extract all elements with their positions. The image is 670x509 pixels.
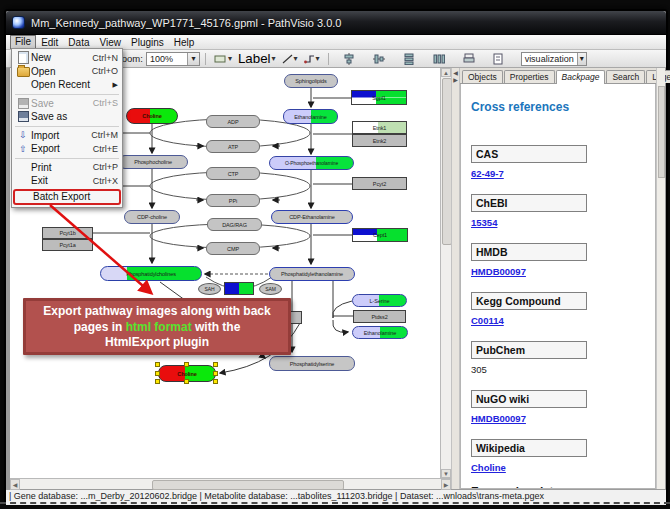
xref-link[interactable]: 15354 <box>471 217 497 228</box>
align-center-y-button[interactable] <box>370 52 388 66</box>
tab-properties[interactable]: Properties <box>504 70 555 83</box>
xref-value[interactable]: HMDB00097 <box>471 266 655 277</box>
canvas-horizontal-scrollbar[interactable]: ◀ ▶ <box>10 478 451 489</box>
selection-handle[interactable] <box>213 371 218 376</box>
pathway-node-pcyt2[interactable]: Pcyt2 <box>352 177 407 190</box>
printer-icon <box>463 53 475 64</box>
pathway-node-ethanolamine[interactable]: Ethanolamine <box>352 326 408 339</box>
pathway-node-o-phosphoethanolamine[interactable]: O-Phosphoethanolamine <box>269 156 354 170</box>
file-menu-item-exit[interactable]: ExitCtrl+X <box>12 174 122 188</box>
pathway-node-dag-rag[interactable]: DAG/RAG <box>207 218 262 231</box>
menu-plugins[interactable]: Plugins <box>126 36 169 49</box>
selection-handle[interactable] <box>213 379 218 384</box>
visualization-combobox[interactable]: visualization ▾ <box>521 52 587 66</box>
align-center-x-button[interactable] <box>340 52 358 66</box>
pathway-node-ethanolamine[interactable]: Ethanolamine <box>283 109 338 124</box>
pathway-node-cept1[interactable]: Cept1 <box>352 228 408 242</box>
xref-link[interactable]: HMDB00097 <box>471 413 526 424</box>
menu-view[interactable]: View <box>94 36 126 49</box>
pathway-node-pcyt1b[interactable]: Pcyt1b <box>42 227 93 239</box>
pathway-node-sphingolipids[interactable]: Sphingolipids <box>284 74 338 88</box>
scrollbar-thumb[interactable] <box>152 480 344 490</box>
collapse-right-icon[interactable]: ▶ <box>452 77 459 83</box>
menu-help[interactable]: Help <box>169 36 200 49</box>
file-menu-item-new[interactable]: NewCtrl+N <box>12 51 122 65</box>
pathway-node-cmp[interactable]: CMP <box>206 242 260 255</box>
xref-value[interactable]: 62-49-7 <box>471 168 655 179</box>
file-menu-item-open[interactable]: OpenCtrl+O <box>12 65 122 79</box>
xref-value[interactable]: Choline <box>471 462 655 473</box>
pathway-node-phosphatidylserine[interactable]: Phosphatidylserine <box>269 356 355 371</box>
file-menu-item-save-as[interactable]: Save as <box>12 110 122 124</box>
collapse-left-icon[interactable]: ◀ <box>452 70 459 76</box>
selection-handle[interactable] <box>184 379 189 384</box>
pathway-node-ppi[interactable]: PPi <box>206 194 260 207</box>
menu-data[interactable]: Data <box>63 36 94 49</box>
pathway-node-ctp[interactable]: CTP <box>206 167 260 180</box>
common-size-button[interactable] <box>460 52 478 65</box>
layout-button[interactable] <box>490 52 507 66</box>
xref-value[interactable]: HMDB00097 <box>471 413 655 424</box>
zoom-combobox[interactable]: 100% ▾ <box>146 52 200 66</box>
pathway-node-sgpl1[interactable]: Sgpl1 <box>351 90 407 105</box>
pathway-node[interactable] <box>224 282 254 295</box>
tab-objects[interactable]: Objects <box>462 70 503 83</box>
line-tool-button[interactable]: ▾ <box>279 53 301 65</box>
pathway-node-phosphocholine[interactable]: Phosphocholine <box>118 155 188 169</box>
menu-separator <box>15 158 119 159</box>
scroll-down-icon[interactable]: ▼ <box>441 469 451 478</box>
file-menu-item-import[interactable]: ⇩ImportCtrl+M <box>12 129 122 143</box>
xref-value[interactable]: C00114 <box>471 315 655 326</box>
scrollbar-thumb[interactable] <box>658 86 665 178</box>
scroll-right-icon[interactable]: ▶ <box>441 479 451 490</box>
file-menu-item-batch-export[interactable]: Batch Export <box>13 189 121 205</box>
connector-tool-button[interactable]: ▾ <box>301 53 323 65</box>
pathway-node-atp[interactable]: ATP <box>206 140 260 153</box>
xref-value[interactable]: 15354 <box>471 217 655 228</box>
pathway-node-cdp-ethanolamine[interactable]: CDP-Ethanolamine <box>271 210 353 224</box>
file-menu-item-open-recent[interactable]: Open Recent▶ <box>12 78 122 92</box>
menu-edit[interactable]: Edit <box>36 36 63 49</box>
pathway-node-pcyt1a[interactable]: Pcyt1a <box>42 239 93 251</box>
datanode-tool-button[interactable]: ▾ <box>211 53 235 65</box>
title-bar[interactable]: Mm_Kennedy_pathway_WP1771_45176.gpml - P… <box>6 11 666 35</box>
selection-handle[interactable] <box>184 362 189 367</box>
file-menu-item-print[interactable]: PrintCtrl+P <box>12 161 122 175</box>
canvas-vertical-scrollbar[interactable]: ▲ ▼ <box>440 68 451 478</box>
xref-link[interactable]: C00114 <box>471 315 504 326</box>
save-disk-icon <box>15 111 31 122</box>
selection-handle[interactable] <box>155 379 160 384</box>
pathway-node-ptdss2[interactable]: Ptdss2 <box>353 310 406 323</box>
selection-handle[interactable] <box>213 362 218 367</box>
pathway-node-l-serine[interactable]: L-Serine <box>352 294 407 307</box>
selection-handle[interactable] <box>155 362 160 367</box>
stack-vertical-button[interactable] <box>400 52 418 66</box>
scroll-left-icon[interactable]: ◀ <box>10 479 20 490</box>
pathway-node-sam[interactable]: SAM <box>259 283 282 295</box>
tab-backpage[interactable]: Backpage <box>556 70 606 84</box>
pathway-node-choline[interactable]: Choline <box>126 108 178 124</box>
side-panel-tabs: ObjectsPropertiesBackpageSearchLegend <box>460 68 656 84</box>
save-disk-icon <box>15 98 31 109</box>
selection-handle[interactable] <box>155 371 160 376</box>
sidepanel-scrollbar[interactable] <box>656 68 665 489</box>
pathway-node-adp[interactable]: ADP <box>206 115 260 128</box>
pathway-node-etnk1[interactable]: Etnk1 <box>352 121 407 134</box>
pathway-node-cdp-choline[interactable]: CDP-choline <box>124 210 180 224</box>
xref-link[interactable]: HMDB00097 <box>471 266 526 277</box>
pathway-node-sah[interactable]: SAH <box>198 283 221 295</box>
stack-horizontal-button[interactable] <box>430 52 448 66</box>
file-menu-item-save[interactable]: SaveCtrl+S <box>12 97 122 111</box>
file-menu-item-export[interactable]: ⇧ExportCtrl+E <box>12 142 122 156</box>
label-tool-button[interactable]: Label ▾ <box>235 50 279 67</box>
xref-link[interactable]: Choline <box>471 462 506 473</box>
menu-separator <box>15 126 119 127</box>
xref-link[interactable]: 62-49-7 <box>471 168 504 179</box>
scroll-up-icon[interactable]: ▲ <box>441 68 451 77</box>
pathway-node-phosphatidylcholines[interactable]: Phosphatidylcholines <box>100 266 202 281</box>
tab-search[interactable]: Search <box>606 70 645 83</box>
panel-splitter[interactable]: ◀ ▶ <box>451 68 460 489</box>
pathway-node-phosphatidylethanolamine[interactable]: Phosphatidylethanolamine <box>269 267 355 281</box>
menu-file[interactable]: File <box>10 35 36 49</box>
pathway-node-etnk2[interactable]: Etnk2 <box>352 134 407 147</box>
